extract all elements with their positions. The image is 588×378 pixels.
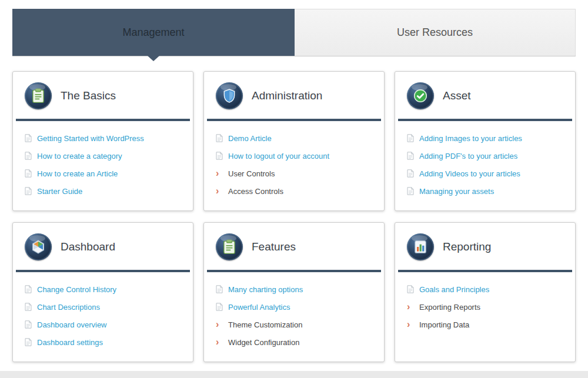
list-item[interactable]: Managing your assets bbox=[407, 182, 563, 200]
card-header[interactable]: Reporting bbox=[395, 223, 575, 270]
list-item[interactable]: How to logout of your account bbox=[216, 147, 372, 165]
document-icon bbox=[216, 303, 223, 311]
tab-management[interactable]: Management bbox=[12, 9, 295, 56]
clipboard-icon bbox=[25, 82, 52, 109]
subcategory-label[interactable]: Theme Customization bbox=[228, 320, 302, 329]
list-item[interactable]: How to create an Article bbox=[25, 165, 181, 182]
subcategory-label[interactable]: User Controls bbox=[228, 169, 275, 178]
card-title[interactable]: Dashboard bbox=[61, 240, 115, 253]
list-item[interactable]: Adding PDF's to your articles bbox=[407, 147, 563, 165]
subcategory-label[interactable]: Widget Configuration bbox=[228, 338, 299, 347]
card-asset: Asset Adding Images to your articles Add… bbox=[395, 71, 576, 211]
article-list: Demo Article How to logout of your accou… bbox=[204, 121, 384, 210]
article-link[interactable]: Goals and Principles bbox=[419, 285, 489, 294]
chevron-right-icon: › bbox=[216, 337, 223, 347]
article-link[interactable]: Managing your assets bbox=[419, 187, 494, 196]
article-link[interactable]: How to create a category bbox=[37, 152, 122, 160]
article-link[interactable]: Powerful Analytics bbox=[228, 303, 290, 312]
document-icon bbox=[407, 169, 414, 178]
document-icon bbox=[407, 285, 414, 293]
list-item[interactable]: Starter Guide bbox=[25, 182, 181, 200]
card-features: Features Many charting options Powerful … bbox=[203, 222, 385, 362]
article-link[interactable]: Adding Videos to your articles bbox=[419, 169, 520, 178]
category-cards-grid: The Basics Getting Started with WordPres… bbox=[12, 71, 576, 362]
article-link[interactable]: How to logout of your account bbox=[228, 152, 329, 160]
check-badge-icon bbox=[407, 82, 434, 109]
document-icon bbox=[216, 152, 223, 160]
shield-icon bbox=[216, 82, 243, 109]
card-reporting: Reporting Goals and Principles › Exporti… bbox=[395, 222, 576, 362]
document-icon bbox=[407, 187, 414, 195]
card-header[interactable]: Administration bbox=[204, 72, 384, 119]
tab-bar: Management User Resources bbox=[12, 9, 576, 56]
article-link[interactable]: Getting Started with WordPress bbox=[37, 134, 144, 143]
article-link[interactable]: Change Control History bbox=[37, 285, 116, 294]
tab-user-resources[interactable]: User Resources bbox=[295, 9, 576, 56]
subcategory-label[interactable]: Importing Data bbox=[419, 320, 469, 329]
list-item[interactable]: › Theme Customization bbox=[216, 316, 372, 333]
list-item[interactable]: Chart Descriptions bbox=[25, 298, 181, 316]
chevron-right-icon: › bbox=[216, 320, 223, 329]
article-list: Adding Images to your articles Adding PD… bbox=[395, 121, 575, 210]
knowledge-base-page: Management User Resources The Basics bbox=[0, 0, 588, 378]
card-header[interactable]: Asset bbox=[395, 72, 575, 119]
list-item[interactable]: Dashboard settings bbox=[25, 333, 181, 351]
list-item[interactable]: Adding Images to your articles bbox=[407, 129, 563, 147]
document-icon bbox=[25, 169, 32, 178]
chevron-right-icon: › bbox=[216, 169, 223, 178]
article-list: Many charting options Powerful Analytics… bbox=[204, 272, 384, 362]
list-item[interactable]: › Widget Configuration bbox=[216, 333, 372, 351]
subcategory-label[interactable]: Exporting Reports bbox=[419, 303, 480, 312]
document-icon bbox=[407, 152, 414, 160]
list-item[interactable]: Many charting options bbox=[216, 280, 372, 298]
card-title[interactable]: Asset bbox=[443, 89, 471, 102]
document-icon bbox=[25, 338, 32, 346]
article-link[interactable]: Demo Article bbox=[228, 134, 272, 143]
dashboard-hexagon-icon bbox=[25, 233, 52, 260]
list-item[interactable]: Change Control History bbox=[25, 280, 181, 298]
card-header[interactable]: The Basics bbox=[13, 72, 193, 119]
document-icon bbox=[25, 152, 32, 160]
document-icon bbox=[407, 134, 414, 142]
card-title[interactable]: Features bbox=[252, 240, 296, 253]
article-link[interactable]: Adding PDF's to your articles bbox=[419, 152, 517, 160]
list-item[interactable]: Adding Videos to your articles bbox=[407, 165, 563, 182]
document-icon bbox=[25, 187, 32, 195]
list-item[interactable]: › Exporting Reports bbox=[407, 298, 563, 316]
list-item[interactable]: › Access Controls bbox=[216, 182, 372, 200]
card-header[interactable]: Features bbox=[204, 223, 384, 270]
article-link[interactable]: Adding Images to your articles bbox=[419, 134, 522, 143]
article-link[interactable]: Dashboard settings bbox=[37, 338, 103, 347]
card-title[interactable]: Administration bbox=[252, 89, 322, 102]
card-dashboard: Dashboard Change Control History Chart D… bbox=[12, 222, 193, 362]
bar-chart-icon bbox=[407, 233, 434, 260]
card-the-basics: The Basics Getting Started with WordPres… bbox=[12, 71, 193, 211]
chevron-right-icon: › bbox=[407, 320, 414, 329]
list-item[interactable]: Demo Article bbox=[216, 129, 372, 147]
chevron-right-icon: › bbox=[216, 186, 223, 196]
list-item[interactable]: › User Controls bbox=[216, 165, 372, 182]
list-item[interactable]: Goals and Principles bbox=[407, 280, 563, 298]
subcategory-label[interactable]: Access Controls bbox=[228, 187, 283, 196]
article-list: Getting Started with WordPress How to cr… bbox=[13, 121, 193, 210]
document-icon bbox=[216, 285, 223, 293]
card-administration: Administration Demo Article How to logou… bbox=[203, 71, 385, 211]
list-item[interactable]: › Importing Data bbox=[407, 316, 563, 333]
list-item[interactable]: How to create a category bbox=[25, 147, 181, 165]
article-link[interactable]: Dashboard overview bbox=[37, 320, 107, 329]
article-link[interactable]: Chart Descriptions bbox=[37, 303, 100, 312]
list-item[interactable]: Dashboard overview bbox=[25, 316, 181, 333]
article-link[interactable]: Starter Guide bbox=[37, 187, 82, 196]
article-link[interactable]: How to create an Article bbox=[37, 169, 118, 178]
tab-management-label: Management bbox=[122, 26, 184, 39]
article-link[interactable]: Many charting options bbox=[228, 285, 303, 294]
list-item[interactable]: Getting Started with WordPress bbox=[25, 129, 181, 147]
card-title[interactable]: Reporting bbox=[443, 240, 491, 253]
list-item[interactable]: Powerful Analytics bbox=[216, 298, 372, 316]
document-icon bbox=[216, 134, 223, 142]
article-list: Change Control History Chart Description… bbox=[13, 272, 193, 362]
card-title[interactable]: The Basics bbox=[61, 89, 116, 102]
document-icon bbox=[25, 134, 32, 142]
card-header[interactable]: Dashboard bbox=[13, 223, 193, 270]
chevron-right-icon: › bbox=[407, 302, 414, 312]
